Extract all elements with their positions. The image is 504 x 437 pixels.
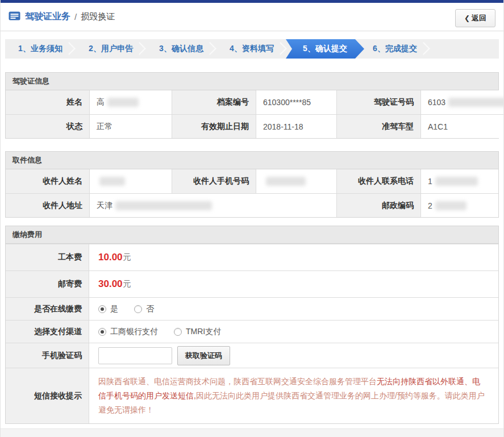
sms-notice-row: 短信接收提示 因陕西省联通、电信运营商技术问题，陕西省互联网交通安全综合服务管理… bbox=[6, 368, 498, 423]
postage-fee-unit: 元 bbox=[123, 279, 131, 289]
channel-tmri-option[interactable]: TMRI支付 bbox=[174, 327, 221, 337]
recipient-name-value bbox=[89, 169, 172, 193]
postage-fee-label: 邮寄费 bbox=[6, 271, 89, 297]
pickup-info-section: 取件信息 收件人姓名 收件人手机号码 收件人联系电话 1 收件人地址 天津 邮政… bbox=[5, 151, 499, 218]
sms-code-row: 手机验证码 获取验证码 bbox=[6, 343, 498, 368]
recipient-mobile-label: 收件人手机号码 bbox=[172, 169, 256, 193]
postage-fee-row: 邮寄费 30.00元 bbox=[6, 270, 498, 297]
page-title: 驾驶证业务 bbox=[25, 11, 70, 23]
step-1-business-notice: 1、业务须知 bbox=[5, 39, 76, 59]
payment-channel-row: 选择支付渠道 工商银行支付 TMRI支付 bbox=[6, 320, 498, 343]
sms-code-label: 手机验证码 bbox=[6, 343, 89, 368]
pickup-section-title: 取件信息 bbox=[6, 152, 498, 169]
expiry-label: 有效期止日期 bbox=[172, 114, 256, 138]
zip-code-value: 2 bbox=[420, 193, 498, 217]
file-no-value: 610300****85 bbox=[256, 90, 336, 114]
work-fee-unit: 元 bbox=[123, 252, 131, 263]
license-section-title: 驾驶证信息 bbox=[6, 73, 498, 90]
sms-notice-label: 短信接收提示 bbox=[6, 368, 89, 423]
recipient-address-value: 天津 bbox=[89, 193, 336, 217]
online-yes-label: 是 bbox=[110, 304, 118, 314]
license-info-section: 驾驶证信息 姓名 高 档案编号 610300****85 驾驶证号码 6103 … bbox=[5, 72, 499, 139]
redacted-text bbox=[435, 201, 466, 210]
redacted-text bbox=[99, 177, 125, 186]
file-no-label: 档案编号 bbox=[172, 90, 256, 114]
radio-unchecked-icon[interactable] bbox=[174, 328, 182, 336]
sms-notice-text: 因陕西省联通、电信运营商技术问题，陕西省互联网交通安全综合服务管理平台无法向持陕… bbox=[89, 368, 498, 423]
step-5-confirm-submit-active: 5、确认提交 bbox=[286, 39, 364, 59]
step-2-user-declaration: 2、用户申告 bbox=[76, 39, 146, 59]
status-label: 状态 bbox=[6, 114, 89, 138]
chevron-left-icon: ❮ bbox=[464, 14, 470, 22]
payment-section: 缴纳费用 工本费 10.00元 邮寄费 30.00元 是否在线缴费 是 否 选择… bbox=[5, 226, 499, 424]
online-no-option[interactable]: 否 bbox=[134, 304, 154, 314]
channel-tmri-label: TMRI支付 bbox=[186, 327, 221, 337]
payment-section-title: 缴纳费用 bbox=[6, 226, 498, 244]
breadcrumb-separator: / bbox=[74, 12, 77, 22]
online-yes-option[interactable]: 是 bbox=[98, 304, 118, 314]
license-service-icon bbox=[9, 11, 20, 23]
sms-code-input[interactable] bbox=[98, 347, 172, 364]
online-payment-label: 是否在线缴费 bbox=[6, 298, 89, 320]
license-no-value: 6103 bbox=[420, 90, 504, 114]
recipient-phone-label: 收件人联系电话 bbox=[336, 169, 420, 193]
vehicle-class-label: 准驾车型 bbox=[336, 114, 420, 138]
step-6-complete-submit: 6、完成提交 bbox=[360, 39, 430, 59]
name-label: 姓名 bbox=[6, 90, 89, 114]
page-subtitle: 损毁换证 bbox=[81, 11, 115, 22]
license-no-label: 驾驶证号码 bbox=[336, 90, 420, 114]
footer-strip bbox=[1, 428, 503, 437]
radio-checked-icon[interactable] bbox=[98, 328, 106, 336]
online-payment-row: 是否在线缴费 是 否 bbox=[6, 297, 498, 320]
postage-fee-amount: 30.00 bbox=[98, 278, 123, 290]
radio-checked-icon[interactable] bbox=[98, 305, 106, 313]
zip-code-label: 邮政编码 bbox=[336, 193, 420, 217]
vehicle-class-value: A1C1 bbox=[420, 114, 504, 138]
step-3-confirm-info: 3、确认信息 bbox=[146, 39, 216, 59]
app-header: 驾驶证业务 / 损毁换证 ❮返回 bbox=[1, 3, 503, 31]
page: 驾驶证业务 / 损毁换证 ❮返回 1、业务须知 2、用户申告 3、确认信息 4、… bbox=[0, 0, 504, 437]
recipient-address-label: 收件人地址 bbox=[6, 193, 89, 217]
online-no-label: 否 bbox=[146, 304, 154, 314]
work-fee-label: 工本费 bbox=[6, 244, 89, 270]
redacted-text bbox=[435, 177, 478, 186]
work-fee-row: 工本费 10.00元 bbox=[6, 244, 498, 270]
channel-icbc-label: 工商银行支付 bbox=[110, 327, 158, 337]
recipient-mobile-value bbox=[256, 169, 336, 193]
steps-bar: 1、业务须知 2、用户申告 3、确认信息 4、资料填写 5、确认提交 6、完成提… bbox=[5, 39, 499, 59]
channel-icbc-option[interactable]: 工商银行支付 bbox=[98, 327, 158, 337]
step-4-fill-data: 4、资料填写 bbox=[216, 39, 287, 59]
expiry-value: 2018-11-18 bbox=[256, 114, 336, 138]
recipient-phone-value: 1 bbox=[420, 169, 498, 193]
redacted-text bbox=[448, 98, 504, 107]
back-button[interactable]: ❮返回 bbox=[455, 9, 495, 27]
status-value: 正常 bbox=[89, 114, 172, 138]
name-value: 高 bbox=[89, 90, 172, 114]
payment-channel-label: 选择支付渠道 bbox=[6, 321, 89, 343]
redacted-text bbox=[115, 201, 212, 210]
redacted-text bbox=[107, 98, 139, 107]
back-button-label: 返回 bbox=[472, 14, 486, 22]
work-fee-amount: 10.00 bbox=[98, 252, 123, 263]
radio-unchecked-icon[interactable] bbox=[134, 305, 142, 313]
redacted-text bbox=[266, 177, 306, 186]
recipient-name-label: 收件人姓名 bbox=[6, 169, 89, 193]
get-code-button[interactable]: 获取验证码 bbox=[177, 346, 230, 365]
